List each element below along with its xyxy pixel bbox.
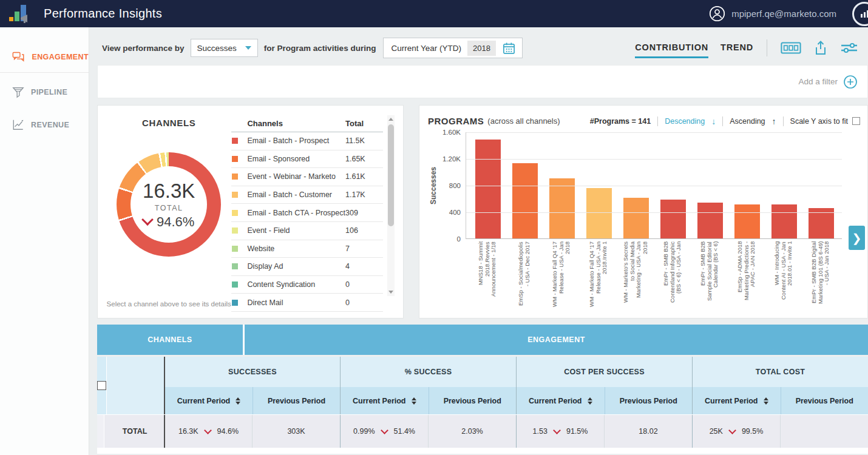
tab-contribution[interactable]: CONTRIBUTION [635, 42, 708, 58]
scrollbar-thumb[interactable] [388, 124, 394, 226]
program-bar[interactable] [697, 203, 723, 238]
program-bar[interactable] [475, 140, 501, 238]
pct-success-current: 0.99% [353, 427, 375, 436]
program-bar[interactable] [586, 188, 612, 238]
channel-label: Email - Batch - Customer [247, 190, 345, 199]
program-bar[interactable] [623, 198, 649, 238]
subheader-previous-period[interactable]: Previous Period [253, 387, 340, 414]
channel-color-swatch [232, 228, 238, 234]
select-all-checkbox[interactable] [97, 381, 106, 390]
donut-center: 16.3K TOTAL 94.6% [131, 166, 207, 243]
sort-arrows-icon[interactable] [236, 397, 240, 405]
subheader-current-period[interactable]: Current Period [341, 387, 429, 414]
cost-per-success-previous: 18.02 [639, 427, 657, 436]
analytics-circle-icon[interactable] [852, 2, 868, 26]
channel-total: 106 [345, 226, 383, 235]
channel-total: 0 [345, 280, 383, 289]
export-icon[interactable] [813, 40, 828, 56]
program-bar[interactable] [771, 204, 797, 238]
next-page-button[interactable]: ❯ [849, 226, 865, 250]
channel-legend-row[interactable]: Email - Sponsored1.65K [231, 150, 383, 169]
channel-legend-row[interactable]: Email - Batch - Prospect11.5K [231, 132, 383, 150]
sidebar-item-pipeline[interactable]: PIPELINE [0, 80, 89, 104]
program-bar[interactable] [734, 204, 760, 238]
channel-label: Direct Mail [247, 298, 345, 307]
settings-sliders-icon[interactable] [840, 41, 858, 55]
view-by-label: View performance by [102, 44, 185, 53]
sort-arrows-icon[interactable] [588, 397, 592, 405]
subheader-current-period[interactable]: Current Period [517, 387, 605, 414]
engagement-table: CHANNELS ENGAGEMENT SUCCESSESCurrent Per… [97, 325, 868, 454]
scale-y-checkbox[interactable] [852, 117, 860, 125]
sort-ascending-link[interactable]: Ascending [730, 117, 765, 126]
ascending-arrow-icon[interactable]: ↑ [772, 116, 776, 126]
descending-arrow-icon[interactable]: ↓ [711, 116, 716, 126]
program-bar[interactable] [512, 163, 538, 238]
gridline [466, 132, 842, 133]
sidebar-item-revenue[interactable]: REVENUE [0, 113, 89, 137]
subheader-previous-period[interactable]: Previous Period [605, 387, 693, 414]
program-label: MNS18 - Summit 2018.Revvies Announcement… [478, 241, 497, 307]
user-email[interactable]: mpiperf.qe@marketo.com [731, 8, 836, 19]
subheader-previous-period[interactable]: Previous Period [429, 387, 517, 414]
channel-total: 1.17K [345, 190, 383, 199]
channels-donut[interactable]: 16.3K TOTAL 94.6% [117, 152, 221, 257]
program-bar[interactable] [549, 178, 575, 238]
activities-label: for Program activities during [264, 44, 376, 53]
channel-total: 309 [345, 209, 383, 217]
channel-legend-row[interactable]: Direct Mail0 [231, 294, 383, 312]
subheader-current-period[interactable]: Current Period [165, 387, 253, 414]
y-tick-label: 1.20K [442, 155, 461, 163]
card-view-icon[interactable] [781, 41, 801, 55]
table-engagement-header: ENGAGEMENT [245, 325, 868, 355]
total-cost-current: 25K [710, 427, 723, 436]
user-avatar-icon[interactable] [709, 5, 725, 22]
sort-arrows-icon[interactable] [412, 397, 416, 405]
program-bar[interactable] [660, 200, 686, 238]
sidebar-item-engagement[interactable]: ENGAGEMENT [0, 46, 89, 69]
scale-y-label: Scale Y axis to fit [790, 117, 848, 126]
period-select[interactable]: Current Year (YTD) 2018 [383, 38, 522, 58]
legend-scrollbar[interactable] [387, 115, 395, 296]
channel-color-swatch [232, 281, 238, 288]
filter-bar: Add a filter [97, 65, 868, 98]
subheader-current-period[interactable]: Current Period [693, 387, 781, 414]
channel-legend-row[interactable]: Email - Batch - Customer1.17K [231, 186, 383, 204]
x-axis-labels: MNS18 - Summit 2018.Revvies Announcement… [466, 241, 842, 307]
tab-trend[interactable]: TREND [721, 42, 753, 58]
program-label: WM - Marketo's Secrets to Social Media M… [623, 241, 648, 307]
y-tick-label: 400 [449, 209, 461, 216]
top-bar: Performance Insights mpiperf.qe@marketo.… [0, 0, 868, 27]
y-tick-label: 0 [457, 235, 461, 243]
successes-previous: 303K [287, 427, 305, 436]
sidebar-item-label: REVENUE [31, 121, 69, 129]
program-label: EmPr - SMB B2B Digital Marketing 101 (BS… [811, 241, 830, 307]
channel-total: 1.65K [345, 155, 383, 163]
scroll-down-icon[interactable] [388, 291, 393, 294]
channel-legend-row[interactable]: Website7 [231, 240, 383, 258]
table-row-total[interactable]: TOTAL 16.3K 94.6% 303K 0.99% 51.4% [97, 414, 868, 448]
sidebar-item-label: PIPELINE [31, 88, 67, 96]
sort-descending-link[interactable]: Descending [665, 117, 705, 126]
group-header-successes: SUCCESSES [165, 357, 340, 387]
channel-legend-row[interactable]: Display Ad4 [231, 258, 383, 276]
channel-legend-row[interactable]: Content Syndication0 [231, 276, 383, 294]
subheader-previous-period[interactable]: Previous Period [781, 387, 868, 414]
channel-color-swatch [232, 138, 238, 144]
page-title: Performance Insights [44, 7, 162, 21]
group-header--success: % SUCCESS [341, 357, 516, 387]
channel-legend-row[interactable]: Event - Webinar - Marketo1.61K [231, 168, 383, 186]
sidebar: ENGAGEMENT PIPELINE REVENUE [0, 27, 89, 455]
programs-panel: PROGRAMS (across all channels) #Programs… [419, 105, 868, 318]
channel-legend-row[interactable]: Event - Field106 [231, 222, 383, 240]
scroll-up-icon[interactable] [388, 118, 393, 121]
add-filter-plus-icon[interactable] [843, 75, 858, 89]
program-label: WM - Marketo Fall Q4 '17 Release - USA -… [552, 241, 571, 307]
sort-arrows-icon[interactable] [764, 397, 768, 405]
channel-legend-row[interactable]: Email - Batch CTA - Prospect309 [231, 204, 383, 222]
channel-color-swatch [232, 263, 238, 269]
metric-select[interactable]: Successes [191, 39, 258, 57]
channels-panel: CHANNELS 16.3K TOTAL 94.6% Select a chan… [97, 105, 404, 318]
calendar-icon[interactable] [502, 41, 516, 55]
group-header-cost-per-success: COST PER SUCCESS [517, 357, 692, 387]
